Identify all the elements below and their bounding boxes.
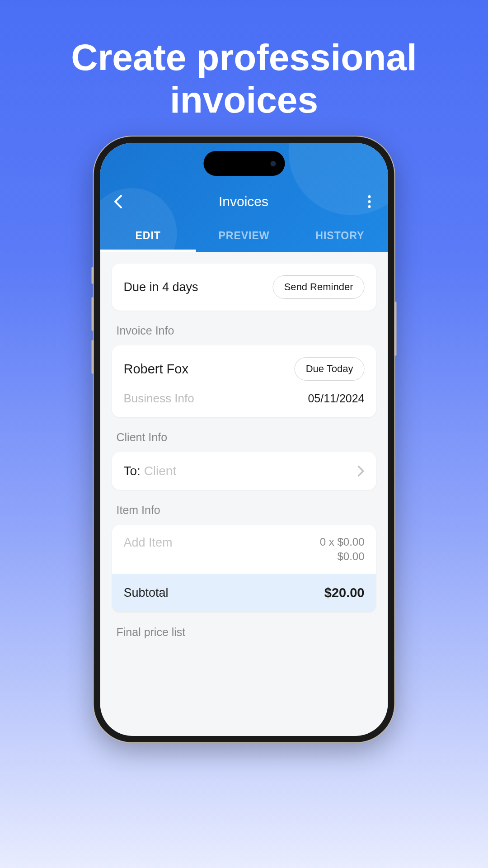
more-vertical-icon [368,205,371,208]
subtotal-row: Subtotal $20.00 [112,574,376,612]
content-area: Due in 4 days Send Reminder Invoice Info… [100,252,388,659]
section-label-client-info: Client Info [112,417,376,452]
phone-frame: Invoices EDIT PREVIEW HISTORY Due in 4 d… [94,137,394,742]
business-info-link[interactable]: Business Info [124,392,194,406]
subtotal-label: Subtotal [124,586,169,600]
invoice-info-card: Robert Fox Due Today Business Info 05/11… [112,345,376,417]
add-item-label: Add Item [124,536,173,563]
due-status-text: Due in 4 days [124,280,198,294]
item-price: $0.00 [320,550,365,563]
phone-side-button [394,302,397,356]
client-placeholder: Client [141,464,176,478]
invoice-client-name: Robert Fox [124,362,188,377]
phone-side-button [92,297,94,331]
marketing-headline: Create professional invoices [0,0,488,122]
subtotal-value: $20.00 [324,585,365,600]
item-quantity: 0 x $0.00 [320,536,365,548]
phone-side-button [92,340,94,374]
phone-side-button [92,267,94,284]
tab-bar: EDIT PREVIEW HISTORY [100,220,388,252]
tab-preview[interactable]: PREVIEW [196,220,292,252]
add-item-row[interactable]: Add Item 0 x $0.00 $0.00 [112,525,376,574]
tab-history[interactable]: HISTORY [292,220,388,252]
more-vertical-icon [368,200,371,203]
item-amount-block: 0 x $0.00 $0.00 [320,536,365,563]
send-reminder-button[interactable]: Send Reminder [273,275,365,299]
client-to-label: To: Client [124,464,177,478]
client-row[interactable]: To: Client [112,452,376,490]
invoice-date: 05/11/2024 [308,392,364,405]
dynamic-island [203,151,285,176]
tab-edit[interactable]: EDIT [100,220,196,252]
more-vertical-icon [368,195,371,198]
page-title: Invoices [219,194,268,209]
chevron-right-icon [357,465,365,477]
section-label-invoice-info: Invoice Info [112,311,376,345]
to-prefix: To: [124,464,141,478]
more-button[interactable] [365,192,375,212]
item-card: Add Item 0 x $0.00 $0.00 Subtotal $20.00 [112,525,376,612]
due-today-badge[interactable]: Due Today [295,357,365,381]
chevron-left-icon [114,194,123,209]
phone-screen: Invoices EDIT PREVIEW HISTORY Due in 4 d… [100,143,388,736]
back-button[interactable] [114,194,123,209]
due-status-card: Due in 4 days Send Reminder [112,264,376,311]
section-label-item-info: Item Info [112,490,376,525]
section-label-final-price: Final price list [112,612,376,647]
header-bar: Invoices [100,184,388,220]
